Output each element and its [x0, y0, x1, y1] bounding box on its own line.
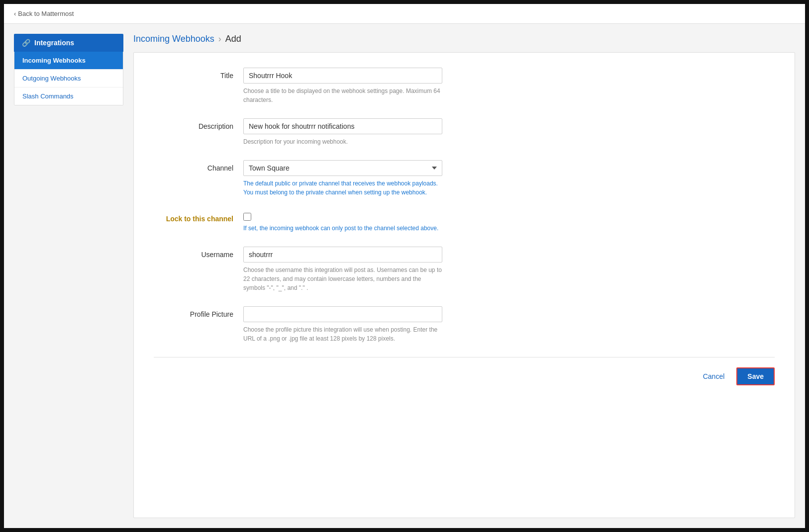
profile-picture-input[interactable]: [243, 306, 442, 322]
sidebar-item-outgoing-webhooks[interactable]: Outgoing Webhooks: [14, 70, 123, 88]
username-help: Choose the username this integration wil…: [243, 266, 442, 292]
lock-channel-row: Lock to this channel If set, the incomin…: [154, 211, 775, 233]
description-input[interactable]: [243, 118, 442, 134]
profile-picture-control-group: Choose the profile picture this integrat…: [243, 306, 442, 343]
sidebar-item-incoming-webhooks[interactable]: Incoming Webhooks: [14, 52, 123, 70]
channel-select[interactable]: Town Square: [243, 160, 442, 176]
form-divider: [154, 357, 775, 357]
lock-checkbox-row: [243, 211, 442, 221]
description-row: Description Description for your incomin…: [154, 118, 775, 146]
back-to-mattermost-link[interactable]: ‹ Back to Mattermost: [14, 10, 795, 17]
title-control-group: Choose a title to be displayed on the we…: [243, 68, 442, 104]
title-help: Choose a title to be displayed on the we…: [243, 87, 442, 104]
breadcrumb-link[interactable]: Incoming Webhooks: [133, 34, 214, 44]
lock-channel-label: Lock to this channel: [154, 211, 243, 223]
channel-label: Channel: [154, 160, 243, 172]
description-control-group: Description for your incoming webhook.: [243, 118, 442, 146]
title-input[interactable]: [243, 68, 442, 84]
lock-channel-control-group: If set, the incoming webhook can only po…: [243, 211, 442, 233]
username-input[interactable]: [243, 247, 442, 263]
sidebar-header-label: Integrations: [34, 39, 74, 47]
form-card: Title Choose a title to be displayed on …: [133, 52, 795, 518]
breadcrumb: Incoming Webhooks › Add: [133, 34, 795, 44]
lock-channel-help: If set, the incoming webhook can only po…: [243, 224, 442, 233]
cancel-button[interactable]: Cancel: [697, 368, 731, 384]
profile-picture-row: Profile Picture Choose the profile pictu…: [154, 306, 775, 343]
profile-picture-label: Profile Picture: [154, 306, 243, 318]
username-label: Username: [154, 247, 243, 259]
profile-picture-help: Choose the profile picture this integrat…: [243, 325, 442, 343]
form-actions: Cancel Save: [154, 367, 775, 385]
breadcrumb-current: Add: [225, 34, 241, 44]
lock-channel-checkbox[interactable]: [243, 213, 251, 221]
sidebar-item-slash-commands[interactable]: Slash Commands: [14, 88, 123, 105]
main-content: Incoming Webhooks › Add Title Choose a t…: [133, 34, 795, 518]
back-arrow-icon: ‹: [14, 10, 16, 17]
username-row: Username Choose the username this integr…: [154, 247, 775, 292]
channel-help: The default public or private channel th…: [243, 179, 442, 197]
username-control-group: Choose the username this integration wil…: [243, 247, 442, 292]
back-label: Back to Mattermost: [18, 10, 74, 17]
integrations-icon: 🔗: [22, 39, 30, 47]
title-label: Title: [154, 68, 243, 80]
channel-control-group: Town Square The default public or privat…: [243, 160, 442, 197]
sidebar-header: 🔗 Integrations: [14, 34, 123, 52]
sidebar-nav: Incoming Webhooks Outgoing Webhooks Slas…: [14, 52, 123, 105]
description-help: Description for your incoming webhook.: [243, 137, 442, 146]
description-label: Description: [154, 118, 243, 130]
save-button[interactable]: Save: [736, 367, 775, 385]
sidebar: 🔗 Integrations Incoming Webhooks Outgoin…: [14, 34, 123, 518]
title-row: Title Choose a title to be displayed on …: [154, 68, 775, 104]
channel-row: Channel Town Square The default public o…: [154, 160, 775, 197]
breadcrumb-separator: ›: [218, 34, 221, 44]
